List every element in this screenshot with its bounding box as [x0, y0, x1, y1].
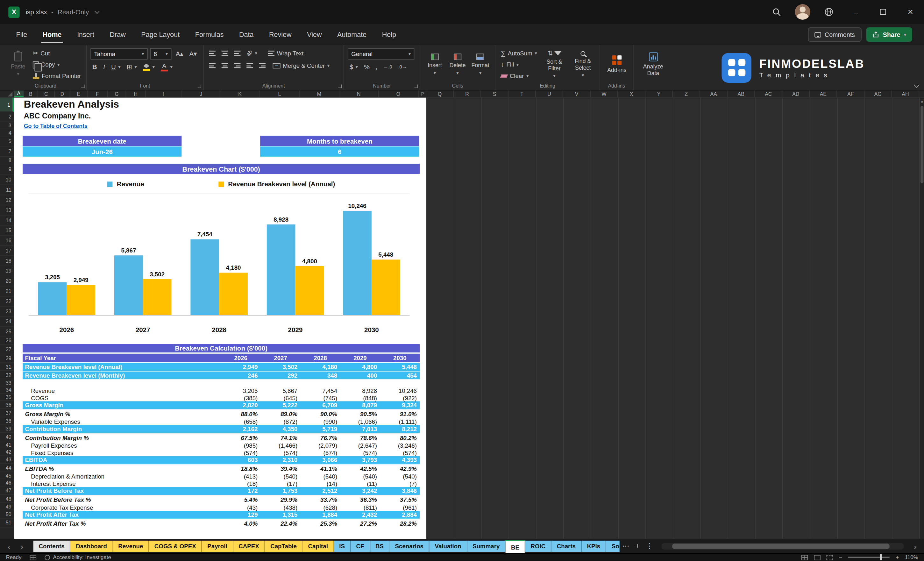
decrease-decimal-button[interactable]: .0→	[396, 62, 409, 72]
cell-net-profit-after-tax-2029[interactable]: 27.2%	[340, 520, 380, 526]
orientation-button[interactable]: ab▾	[245, 48, 259, 58]
normal-view-button[interactable]	[802, 555, 808, 560]
minimize-button[interactable]: –	[842, 0, 869, 24]
sheet-tab-captable[interactable]: CapTable	[265, 541, 303, 552]
cell-revenue-breakeven-level-monthly-2028[interactable]: 348	[301, 372, 340, 379]
column-header-E[interactable]: E	[70, 90, 87, 97]
cell-fixed-expenses-2026[interactable]: (574)	[221, 449, 261, 456]
alignment-dialog-launcher[interactable]	[338, 85, 342, 88]
column-header-Q[interactable]: Q	[426, 90, 454, 97]
cell-cogs-2029[interactable]: (848)	[340, 394, 380, 401]
row-header-7[interactable]: 7	[0, 147, 14, 157]
cell-interest-expense-2027[interactable]: (17)	[261, 480, 301, 487]
cell-net-profit-before-tax-2029[interactable]: 36.3%	[340, 496, 380, 503]
row-header-39[interactable]: 39	[0, 424, 14, 433]
page-layout-view-button[interactable]	[814, 555, 821, 560]
row-header-32[interactable]: 32	[0, 371, 14, 379]
column-header-D[interactable]: D	[55, 90, 70, 97]
row-header-10[interactable]: 10	[0, 174, 14, 185]
cell-gross-margin-2027[interactable]: 5,222	[261, 402, 301, 408]
cell-ebitda-2029[interactable]: 42.5%	[340, 465, 380, 472]
row-header-46[interactable]: 46	[0, 479, 14, 486]
column-header-C[interactable]: C	[38, 90, 55, 97]
row-header-49[interactable]: 49	[0, 503, 14, 510]
vertical-scrollbar[interactable]: ▴	[920, 98, 924, 539]
borders-button[interactable]: ⊞▾	[125, 62, 138, 72]
row-header-42[interactable]: 42	[0, 448, 14, 455]
menu-tab-insert[interactable]: Insert	[69, 24, 102, 45]
row-header-36[interactable]: 36	[0, 401, 14, 409]
cell-cogs-2028[interactable]: (745)	[301, 394, 340, 401]
breakeven-bar-2027[interactable]	[143, 279, 172, 315]
horizontal-scroll-thumb[interactable]	[672, 543, 890, 549]
cell-interest-expense-2030[interactable]: (7)	[380, 480, 420, 487]
spacer-row[interactable]	[22, 380, 420, 387]
cell-gross-margin-2029[interactable]: 90.5%	[340, 410, 380, 417]
sheet-tab-be[interactable]: BE	[506, 540, 525, 553]
cell-ebitda-2026[interactable]: 603	[221, 457, 261, 463]
row-header-51[interactable]: 51	[0, 519, 14, 528]
cell-variable-expenses-2028[interactable]: (990)	[301, 418, 340, 425]
row-header-35[interactable]: 35	[0, 393, 14, 400]
cell-variable-expenses-2026[interactable]: (658)	[221, 418, 261, 425]
row-header-23[interactable]: 23	[0, 307, 14, 317]
row-header-50[interactable]: 50	[0, 510, 14, 519]
accessibility-status[interactable]: Accessibility: Investigate	[45, 554, 111, 560]
column-header-AB[interactable]: AB	[728, 90, 755, 97]
row-header-22[interactable]: 22	[0, 296, 14, 307]
cell-revenue-breakeven-level-annual-2030[interactable]: 5,448	[380, 364, 420, 370]
row-header-20[interactable]: 20	[0, 276, 14, 286]
calc-row-payroll-expenses[interactable]: Payroll Expenses(985)(1,466)(2,079)(2,64…	[22, 442, 420, 449]
cell-gross-margin-2030[interactable]: 9,324	[380, 402, 420, 408]
fiscal-year-2028[interactable]: 2028	[301, 355, 340, 362]
cell-ebitda-2027[interactable]: 2,310	[261, 457, 301, 463]
sheet-canvas[interactable]: Breakeven Analysis ABC Company Inc. Go t…	[14, 98, 921, 539]
cell-revenue-2027[interactable]: 5,867	[261, 387, 301, 394]
cell-ebitda-2030[interactable]: 4,393	[380, 457, 420, 463]
cell-net-profit-after-tax-2028[interactable]: 1,884	[301, 512, 340, 518]
cell-gross-margin-2028[interactable]: 90.0%	[301, 410, 340, 417]
row-header-27[interactable]: 27	[0, 345, 14, 354]
insert-cells-button[interactable]: Insert▾	[424, 48, 446, 80]
row-header-43[interactable]: 43	[0, 456, 14, 464]
cell-contribution-margin-2026[interactable]: 67.5%	[221, 434, 261, 441]
menu-tab-automate[interactable]: Automate	[330, 24, 375, 45]
sheet-tab-summary[interactable]: Summary	[467, 541, 506, 552]
sheet-tab-roic[interactable]: ROIC	[525, 541, 552, 552]
menu-tab-formulas[interactable]: Formulas	[187, 24, 231, 45]
cell-contribution-margin-2029[interactable]: 78.6%	[340, 434, 380, 441]
italic-button[interactable]: I	[101, 62, 107, 72]
row-header-1[interactable]: 1	[0, 98, 14, 112]
legend-item-breakeven[interactable]: Revenue Breakeven level (Annual)	[218, 180, 335, 188]
cell-net-profit-after-tax-2030[interactable]: 2,884	[380, 512, 420, 518]
revenue-bar-2027[interactable]	[114, 255, 143, 315]
column-header-J[interactable]: J	[182, 90, 220, 97]
cell-contribution-margin-2028[interactable]: 5,719	[301, 426, 340, 432]
cell-gross-margin-2028[interactable]: 6,709	[301, 402, 340, 408]
decrease-font-button[interactable]: A▾	[188, 49, 199, 59]
sheet-tab-scenarios[interactable]: Scenarios	[390, 541, 429, 552]
breakeven-bar-2029[interactable]	[296, 266, 324, 315]
row-header-25[interactable]: 25	[0, 327, 14, 336]
column-header-B[interactable]: B	[24, 90, 38, 97]
number-dialog-launcher[interactable]	[414, 85, 418, 88]
row-header-5[interactable]: 5	[0, 136, 14, 147]
cell-contribution-margin-2030[interactable]: 8,212	[380, 426, 420, 432]
cell-net-profit-after-tax-2030[interactable]: 28.2%	[380, 520, 420, 526]
decrease-indent-button[interactable]	[245, 61, 255, 71]
font-size-combo[interactable]: 8▾	[150, 48, 171, 60]
column-header-F[interactable]: F	[87, 90, 108, 97]
sheet-tab-is[interactable]: IS	[334, 541, 351, 552]
column-header-X[interactable]: X	[618, 90, 645, 97]
row-header-12[interactable]: 12	[0, 195, 14, 206]
fiscal-year-2029[interactable]: 2029	[340, 355, 380, 362]
column-header-S[interactable]: S	[481, 90, 508, 97]
find-select-button[interactable]: Find & Select▾	[570, 48, 596, 80]
tabs-scroll-left-button[interactable]: ‹	[2, 540, 15, 553]
column-header-AA[interactable]: AA	[700, 90, 728, 97]
align-middle-button[interactable]	[220, 48, 230, 58]
cut-button[interactable]: ✂Cut	[31, 48, 83, 58]
column-header-W[interactable]: W	[591, 90, 618, 97]
wrap-text-button[interactable]: Wrap Text	[266, 48, 305, 58]
sheet-tab-cf[interactable]: CF	[351, 541, 370, 552]
